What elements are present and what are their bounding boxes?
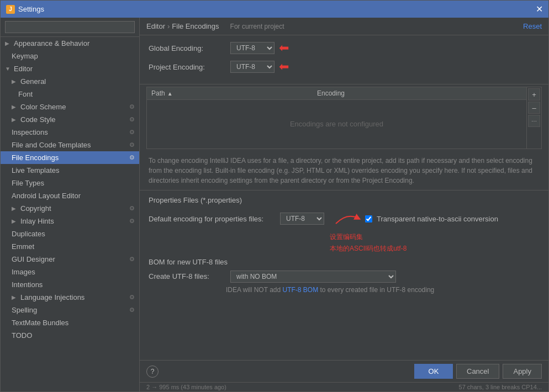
ok-button[interactable]: OK [414, 364, 453, 379]
settings-dialog: J Settings ✕ ▶ Appearance & Behavior Key… [0, 0, 549, 392]
encoding-column-header: Encoding [313, 87, 526, 99]
sidebar-item-spelling[interactable]: Spelling ⚙ [1, 304, 139, 316]
gear-icon: ⚙ [129, 218, 135, 225]
gear-icon: ⚙ [129, 306, 135, 314]
remove-encoding-button[interactable]: – [528, 102, 540, 114]
arrow-icon: ▶ [5, 40, 12, 46]
sidebar-item-intentions[interactable]: Intentions [1, 278, 139, 291]
title-bar-left: J Settings [6, 5, 44, 14]
bom-section-title: BOM for new UTF-8 files [149, 258, 540, 266]
title-bar: J Settings ✕ [1, 1, 548, 18]
sidebar-item-label: General [20, 77, 46, 86]
sidebar-item-file-types[interactable]: File Types [1, 177, 139, 189]
sidebar-item-live-templates[interactable]: Live Templates [1, 164, 139, 177]
gear-icon: ⚙ [129, 154, 135, 161]
arrow-svg [333, 210, 361, 226]
table-inner: Path ▲ Encoding Encodings are not config… [147, 87, 526, 149]
arrow-icon: ▶ [12, 218, 18, 224]
sidebar-item-label: Appearance & Behavior [14, 39, 89, 47]
close-button[interactable]: ✕ [536, 4, 543, 14]
dialog-title: Settings [18, 5, 44, 13]
project-arrow-annotation: ⬅ [279, 60, 289, 74]
bom-section: BOM for new UTF-8 files Create UTF-8 fil… [149, 258, 540, 294]
sidebar-item-label: Intentions [12, 280, 43, 289]
sidebar-item-label: File Types [12, 179, 44, 187]
sidebar-item-editor[interactable]: ▼ Editor [1, 62, 139, 75]
sidebar-item-label: Live Templates [12, 166, 59, 174]
sidebar-item-inspections[interactable]: Inspections ⚙ [1, 126, 139, 139]
project-encoding-select[interactable]: UTF-8 [230, 61, 274, 73]
status-text: 2 → 995 ms (43 minutes ago) [146, 384, 226, 390]
search-box [1, 18, 139, 37]
utf8-bom-link[interactable]: UTF-8 BOM [282, 286, 318, 294]
project-encoding-label: Project Encoding: [149, 63, 226, 71]
arrow-icon: ▶ [12, 78, 18, 84]
sort-arrow-icon: ▲ [167, 91, 173, 97]
sidebar-item-images[interactable]: Images [1, 266, 139, 278]
bom-note: IDEA will NOT add UTF-8 BOM to every cre… [226, 286, 540, 294]
sidebar-item-language-injections[interactable]: ▶ Language Injections ⚙ [1, 291, 139, 304]
reset-link[interactable]: Reset [523, 22, 542, 30]
sidebar-item-appearance[interactable]: ▶ Appearance & Behavior [1, 37, 139, 50]
arrow-icon: ▶ [12, 104, 18, 110]
global-encoding-select[interactable]: UTF-8 [230, 42, 274, 54]
encoding-label: Encoding [317, 89, 345, 97]
sidebar-item-label: Editor [14, 65, 33, 73]
status-right: 57 chars, 3 line breaks CP14... [459, 384, 542, 390]
sidebar-item-label: GUI Designer [12, 255, 55, 263]
sidebar-item-label: Font [18, 90, 33, 98]
bottom-actions: OK Cancel Apply [414, 364, 542, 379]
project-encoding-row: Project Encoding: UTF-8 ⬅ [149, 60, 540, 74]
gear-icon: ⚙ [129, 103, 135, 110]
search-input[interactable] [5, 21, 135, 33]
sidebar-item-duplicates[interactable]: Duplicates [1, 227, 139, 240]
sidebar-item-todo[interactable]: TODO [1, 329, 139, 342]
sidebar-item-label: TextMate Bundles [12, 319, 68, 327]
add-encoding-button[interactable]: + [528, 88, 540, 100]
sidebar-item-label: Duplicates [12, 230, 45, 238]
sidebar-item-file-encodings[interactable]: File Encodings ⚙ [1, 151, 139, 164]
sidebar-item-keymap[interactable]: Keymap [1, 50, 139, 62]
sidebar-item-label: File Encodings [12, 153, 59, 162]
sidebar-item-gui-designer[interactable]: GUI Designer ⚙ [1, 253, 139, 266]
bom-create-row: Create UTF-8 files: with NO BOM [149, 271, 540, 283]
sidebar-item-android-layout[interactable]: Android Layout Editor [1, 189, 139, 202]
global-encoding-label: Global Encoding: [149, 44, 226, 52]
transparent-checkbox[interactable] [365, 215, 372, 223]
sidebar-item-label: Images [12, 268, 35, 276]
help-button[interactable]: ? [146, 365, 159, 378]
sidebar-item-textmate-bundles[interactable]: TextMate Bundles [1, 316, 139, 329]
sidebar-item-emmet[interactable]: Emmet [1, 240, 139, 253]
breadcrumb-page: File Encodings [172, 22, 219, 30]
sidebar-item-label: Emmet [12, 242, 34, 251]
sidebar-item-color-scheme[interactable]: ▶ Color Scheme ⚙ [1, 100, 139, 113]
app-icon: J [6, 5, 15, 14]
arrow-icon: ▶ [12, 205, 18, 211]
sidebar-item-code-style[interactable]: ▶ Code Style ⚙ [1, 113, 139, 126]
info-text-content: To change encoding IntelliJ IDEA uses fo… [149, 157, 532, 184]
sidebar-item-file-code-templates[interactable]: File and Code Templates ⚙ [1, 139, 139, 151]
sidebar-item-label: File and Code Templates [12, 141, 91, 149]
bottom-bar: ? OK Cancel Apply [140, 360, 548, 382]
sidebar-item-general[interactable]: ▶ General [1, 75, 139, 88]
table-action-buttons: + – ⋯ [526, 87, 541, 149]
sidebar-item-label: Code Style [20, 115, 56, 124]
props-encoding-button[interactable]: ⋯ [528, 115, 540, 127]
empty-text: Encodings are not configured [290, 120, 383, 128]
sidebar-item-inlay-hints[interactable]: ▶ Inlay Hints ⚙ [1, 215, 139, 227]
sidebar-item-copyright[interactable]: ▶ Copyright ⚙ [1, 202, 139, 215]
bom-note-prefix: IDEA will NOT add [226, 286, 282, 294]
sidebar-item-label: Keymap [12, 52, 38, 60]
create-utf8-select[interactable]: with NO BOM [230, 271, 396, 283]
sidebar-item-label: Spelling [12, 306, 37, 314]
default-encoding-select[interactable]: UTF-8 [280, 213, 324, 225]
apply-button[interactable]: Apply [503, 364, 542, 379]
path-label: Path [151, 89, 165, 97]
cn-line1: 设置编码集 [330, 232, 540, 242]
arrow-annotation-cn [333, 210, 361, 228]
sidebar-item-font[interactable]: Font [1, 88, 139, 100]
status-bar: 2 → 995 ms (43 minutes ago) 57 chars, 3 … [140, 382, 548, 391]
cancel-button[interactable]: Cancel [456, 364, 499, 379]
sidebar-item-label: Android Layout Editor [12, 192, 81, 200]
sidebar-item-label: TODO [12, 331, 32, 340]
